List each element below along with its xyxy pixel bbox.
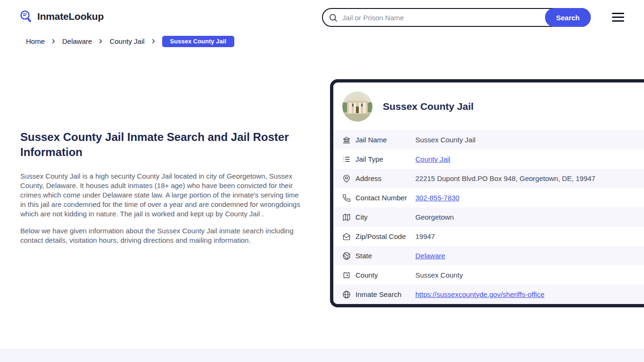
- chevron-right-icon: [151, 38, 156, 44]
- envelope-open-icon: [342, 232, 351, 241]
- row-label: Jail Type: [355, 155, 415, 163]
- table-row: Zip/Postal Code 19947: [333, 227, 644, 246]
- row-value: Georgetown: [415, 213, 454, 221]
- jail-photo: [342, 91, 372, 122]
- article: Sussex County Jail Inmate Search and Jai…: [20, 130, 301, 253]
- brand-logo[interactable]: InmateLookup: [19, 9, 104, 24]
- row-label: Zip/Postal Code: [355, 232, 415, 240]
- table-row: Jail Name Sussex County Jail: [333, 130, 644, 149]
- bank-icon: [342, 136, 351, 144]
- row-value-link[interactable]: County Jail: [415, 155, 450, 163]
- county-map-icon: [342, 271, 351, 280]
- table-row: County Sussex County: [333, 265, 644, 285]
- earth-icon: [342, 252, 351, 260]
- article-paragraph: Sussex County Jail is a high security Co…: [20, 172, 301, 219]
- magnifier-lines-icon: [19, 9, 33, 24]
- breadcrumb-delaware[interactable]: Delaware: [62, 37, 92, 45]
- globe-icon: [342, 290, 351, 299]
- row-value-link[interactable]: 302-855-7830: [415, 194, 459, 202]
- table-row: City Georgetown: [333, 207, 644, 227]
- row-label: City: [355, 213, 415, 221]
- breadcrumb-current-badge: Sussex County Jail: [162, 36, 234, 47]
- jail-card-title: Sussex County Jail: [383, 101, 474, 112]
- table-row: Inmate Search https://sussexcountyde.gov…: [333, 285, 644, 304]
- search-bar: Search: [322, 8, 591, 27]
- jail-info-table: Jail Name Sussex County Jail Jail Type C…: [333, 130, 644, 304]
- page-title: Sussex County Jail Inmate Search and Jai…: [20, 130, 301, 160]
- footer-band: [0, 349, 644, 362]
- row-value: 22215 Dupont Blvd.PO Box 948, Georgetown…: [415, 174, 595, 182]
- list-icon: [342, 155, 351, 164]
- map-icon: [342, 213, 351, 222]
- menu-hamburger-icon[interactable]: [612, 13, 624, 22]
- search-icon: [329, 13, 338, 22]
- breadcrumb-home[interactable]: Home: [26, 37, 45, 45]
- row-label: County: [355, 271, 415, 279]
- jail-card-header: Sussex County Jail: [333, 82, 644, 130]
- row-value-link[interactable]: https://sussexcountyde.gov/sheriffs-offi…: [415, 290, 545, 298]
- article-paragraph: Below we have given information about th…: [20, 226, 301, 245]
- map-pin-icon: [342, 174, 351, 183]
- jail-info-card: Sussex County Jail Jail Name Sussex Coun…: [330, 79, 644, 307]
- row-label: Address: [355, 174, 415, 182]
- row-value: Sussex County Jail: [415, 136, 476, 144]
- row-label: Inmate Search: [355, 290, 415, 298]
- row-value: Sussex County: [415, 271, 463, 279]
- chevron-right-icon: [51, 38, 56, 44]
- breadcrumb: Home Delaware County Jail Sussex County …: [26, 36, 234, 47]
- row-value: 19947: [415, 232, 435, 240]
- table-row: Contact Number 302-855-7830: [333, 188, 644, 207]
- row-value-link[interactable]: Delaware: [415, 252, 445, 260]
- table-row: State Delaware: [333, 246, 644, 265]
- table-row: Jail Type County Jail: [333, 149, 644, 169]
- search-button[interactable]: Search: [545, 8, 591, 27]
- breadcrumb-county-jail[interactable]: County Jail: [109, 37, 144, 45]
- brand-name: InmateLookup: [37, 11, 104, 22]
- row-label: Jail Name: [355, 136, 415, 144]
- row-label: State: [355, 252, 415, 260]
- header: InmateLookup Search: [0, 0, 644, 31]
- table-row: Address 22215 Dupont Blvd.PO Box 948, Ge…: [333, 169, 644, 188]
- phone-icon: [342, 194, 351, 202]
- row-label: Contact Number: [355, 194, 415, 202]
- chevron-right-icon: [98, 38, 103, 44]
